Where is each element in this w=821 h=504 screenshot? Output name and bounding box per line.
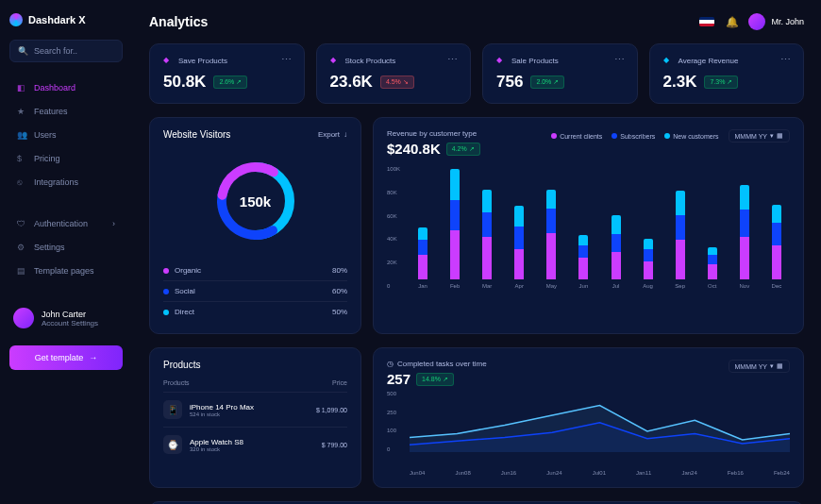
x-tick: Apr <box>515 283 524 289</box>
x-tick: May <box>546 283 557 289</box>
revenue-subtitle: Revenue by customer type <box>387 129 480 138</box>
tasks-line-chart: 5002501000 <box>387 391 790 466</box>
kpi-card: ◆Stock Products ⋯ 23.6K 4.5% ↘ <box>316 43 472 104</box>
tasks-date-select[interactable]: MMMM YY▾ ▦ <box>729 360 790 373</box>
nav-dashboard[interactable]: ◧Dashboard <box>9 77 123 98</box>
arrow-right-icon: → <box>89 353 97 362</box>
nav-template-pages[interactable]: ▤Template pages <box>9 260 123 281</box>
x-tick: Mar <box>482 283 492 289</box>
y-tick: 60K <box>387 213 400 219</box>
product-stock: 524 in stock <box>190 412 254 417</box>
kpi-card: ◆Sale Products ⋯ 756 2.0% ↗ <box>482 43 638 104</box>
check-icon: ◷ <box>387 360 394 368</box>
nav-settings[interactable]: ⚙Settings <box>9 237 123 258</box>
nav-integrations[interactable]: ⎋Integrations <box>9 172 123 193</box>
flag-icon[interactable] <box>699 17 714 26</box>
x-tick: Jul <box>612 283 620 289</box>
kpi-label: Sale Products <box>511 57 559 65</box>
products-title: Products <box>163 360 347 370</box>
legend-row: Direct50% <box>163 301 347 322</box>
product-stock: 320 in stock <box>190 446 243 452</box>
nav-pricing[interactable]: $Pricing <box>9 148 123 169</box>
brand-logo[interactable]: Dashdark X <box>9 13 123 26</box>
tasks-value: 257 <box>387 371 410 387</box>
bar-column: Dec <box>763 205 790 289</box>
header-user[interactable]: Mr. John <box>748 13 804 30</box>
kpi-delta-badge: 2.0% ↗ <box>530 76 564 89</box>
y-tick: 40K <box>387 236 400 242</box>
bell-icon[interactable]: 🔔 <box>726 16 737 27</box>
main-content: Analytics 🔔 Mr. John ◆Save Products ⋯ 50… <box>132 0 821 504</box>
plug-icon: ⎋ <box>17 177 26 187</box>
x-tick: Jun16 <box>501 470 516 476</box>
product-price: $ 1,099.00 <box>316 407 347 413</box>
legend-pct: 60% <box>332 287 347 295</box>
y-tick: 0 <box>387 283 400 289</box>
x-tick: Jun24 <box>546 470 561 476</box>
x-tick: Feb16 <box>728 470 744 476</box>
x-tick: Dec <box>772 283 782 289</box>
kpi-card: ◆Save Products ⋯ 50.8K 2.6% ↗ <box>149 43 305 104</box>
avatar <box>13 308 34 328</box>
bar-column: Aug <box>635 239 662 289</box>
x-tick: Jun <box>579 283 589 289</box>
bar-column: Nov <box>731 185 758 289</box>
legend-dot-icon <box>163 268 169 274</box>
kpi-value: 23.6K <box>330 73 373 92</box>
card-menu-icon[interactable]: ⋯ <box>281 54 293 66</box>
kpi-icon: ◆ <box>496 56 506 65</box>
y-tick: 0 <box>387 446 396 452</box>
products-col2: Price <box>332 379 347 386</box>
legend-pct: 80% <box>332 266 347 275</box>
page-header: Analytics 🔔 Mr. John <box>149 13 804 30</box>
tasks-subtitle: ◷Completed tasks over time <box>387 360 487 368</box>
download-icon: ↓ <box>343 130 347 139</box>
rev-legend-item: New customers <box>664 133 718 140</box>
rev-legend-item: Current clients <box>551 133 602 140</box>
bar-column: Jun <box>570 235 596 289</box>
user-role: Account Settings <box>42 319 98 328</box>
products-col1: Products <box>163 379 190 386</box>
donut-center-value: 150k <box>240 193 271 210</box>
calendar-icon: ▦ <box>777 132 783 140</box>
product-thumb-icon: 📱 <box>163 400 182 419</box>
legend-dot-icon <box>163 310 169 315</box>
sidebar: Dashdark X 🔍 Search for.. ◧Dashboard ★Fe… <box>0 0 132 504</box>
y-tick: 500 <box>387 391 396 396</box>
nav-users[interactable]: 👥Users <box>9 125 123 145</box>
bar-column: Oct <box>699 247 726 289</box>
primary-nav: ◧Dashboard ★Features 👥Users $Pricing ⎋In… <box>9 77 123 193</box>
sidebar-user[interactable]: John Carter Account Settings <box>9 308 123 328</box>
kpi-value: 756 <box>496 73 523 92</box>
tasks-card: ◷Completed tasks over time 257 14.8% ↗ M… <box>373 347 804 488</box>
nav-features[interactable]: ★Features <box>9 101 123 122</box>
get-template-button[interactable]: Get template → <box>9 345 123 370</box>
export-button[interactable]: Export ↓ <box>318 130 347 139</box>
nav-authentication[interactable]: 🛡Authentication › <box>9 213 123 234</box>
kpi-delta-badge: 4.5% ↘ <box>380 76 414 89</box>
kpi-label: Save Products <box>178 57 227 65</box>
kpi-row: ◆Save Products ⋯ 50.8K 2.6% ↗◆Stock Prod… <box>149 43 804 104</box>
revenue-card: Revenue by customer type $240.8K 4.2% ↗ … <box>373 117 804 334</box>
sidebar-search[interactable]: 🔍 Search for.. <box>9 40 123 62</box>
x-tick: Nov <box>739 283 749 289</box>
chevron-right-icon: › <box>112 219 115 228</box>
x-tick: Jun04 <box>410 470 425 476</box>
legend-label: Direct <box>175 308 194 316</box>
card-menu-icon[interactable]: ⋯ <box>780 54 792 66</box>
avatar <box>748 13 765 30</box>
kpi-delta-badge: 7.3% ↗ <box>704 76 738 89</box>
revenue-date-select[interactable]: MMMM YY▾ ▦ <box>729 129 790 143</box>
legend-row: Organic80% <box>163 260 347 280</box>
product-row[interactable]: 📱iPhone 14 Pro Max524 in stock$ 1,099.00 <box>163 392 347 427</box>
card-menu-icon[interactable]: ⋯ <box>447 54 459 66</box>
card-menu-icon[interactable]: ⋯ <box>614 54 626 66</box>
search-icon: 🔍 <box>18 46 28 56</box>
brand-name: Dashdark X <box>28 14 86 25</box>
x-tick: Oct <box>708 283 716 289</box>
bar-column: Sep <box>667 191 694 289</box>
products-card: Products Products Price 📱iPhone 14 Pro M… <box>149 347 361 488</box>
y-tick: 20K <box>387 260 400 265</box>
product-name: Apple Watch S8 <box>190 438 243 446</box>
product-row[interactable]: ⌚Apple Watch S8320 in stock$ 799.00 <box>163 427 347 462</box>
